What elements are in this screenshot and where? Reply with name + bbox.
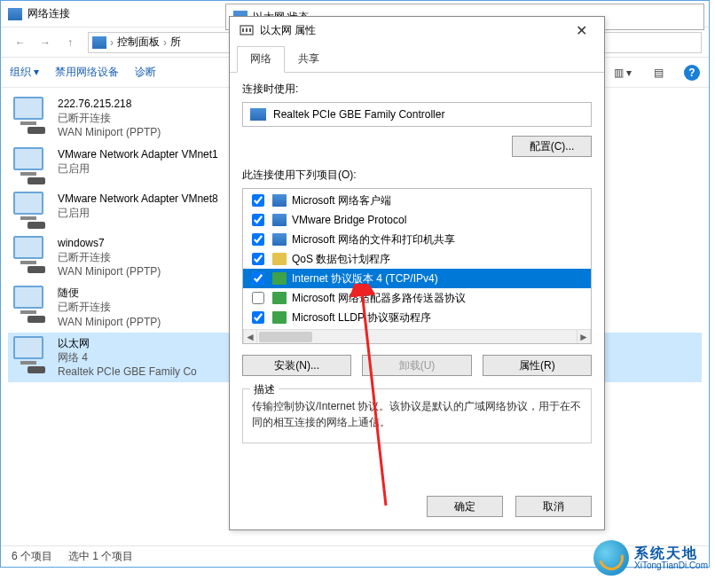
description-text: 传输控制协议/Internet 协议。该协议是默认的广域网络协议，用于在不同的相… xyxy=(252,398,582,430)
protocol-label: Internet 协议版本 4 (TCP/IPv4) xyxy=(292,271,438,286)
connection-name: VMware Network Adapter VMnet8 xyxy=(58,192,218,206)
protocol-label: Microsoft 网络适配器多路传送器协议 xyxy=(292,291,466,306)
tab-network[interactable]: 网络 xyxy=(237,46,285,73)
svg-rect-2 xyxy=(246,28,248,32)
close-button[interactable]: ✕ xyxy=(567,20,595,41)
watermark-logo: 系统天地 XiTongTianDi.Com xyxy=(593,540,708,576)
connection-status: 已断开连接 xyxy=(58,300,161,314)
cancel-button[interactable]: 取消 xyxy=(515,496,592,517)
horizontal-scrollbar[interactable]: ◄ ► xyxy=(243,329,591,343)
connection-status: 已启用 xyxy=(58,206,218,220)
connection-name: VMware Network Adapter VMnet1 xyxy=(58,147,218,161)
protocol-icon xyxy=(272,272,287,285)
svg-rect-3 xyxy=(249,28,251,32)
breadcrumb-item[interactable]: 控制面板 xyxy=(117,35,160,50)
protocol-item[interactable]: Microsoft LLDP 协议驱动程序 xyxy=(243,308,591,327)
protocol-icon xyxy=(272,194,287,207)
protocol-label: Microsoft 网络客户端 xyxy=(292,193,391,208)
protocol-item[interactable]: Microsoft 网络适配器多路传送器协议 xyxy=(243,288,591,308)
protocol-icon xyxy=(272,214,287,226)
protocol-checkbox[interactable] xyxy=(252,233,264,246)
protocol-icon xyxy=(272,292,287,304)
nic-name: Realtek PCIe GBE Family Controller xyxy=(273,108,444,121)
forward-button[interactable]: → xyxy=(33,31,58,54)
protocol-label: Microsoft 网络的文件和打印机共享 xyxy=(292,232,455,247)
protocol-checkbox[interactable] xyxy=(252,194,264,207)
connection-device: Realtek PCIe GBE Family Co xyxy=(58,365,197,379)
nic-icon xyxy=(250,108,266,121)
protocol-checkbox[interactable] xyxy=(252,311,264,324)
dialog-titlebar: 以太网 属性 ✕ xyxy=(230,17,604,43)
configure-button[interactable]: 配置(C)... xyxy=(512,136,592,157)
protocol-item[interactable]: VMware Bridge Protocol xyxy=(243,210,591,230)
protocol-item[interactable]: Microsoft 网络的文件和打印机共享 xyxy=(243,230,591,249)
connection-name: 222.76.215.218 xyxy=(58,97,161,111)
protocol-item[interactable]: QoS 数据包计划程序 xyxy=(243,249,591,269)
uninstall-button: 卸载(U) xyxy=(362,355,471,376)
ethernet-icon xyxy=(239,22,255,38)
watermark-cn: 系统天地 xyxy=(634,545,708,561)
protocol-label: VMware Bridge Protocol xyxy=(292,214,406,226)
connect-using-label: 连接时使用: xyxy=(242,82,592,97)
app-icon xyxy=(8,8,22,20)
connection-status: 已断开连接 xyxy=(58,250,161,264)
items-label: 此连接使用下列项目(O): xyxy=(242,168,592,183)
description-legend: 描述 xyxy=(250,382,279,397)
svg-rect-1 xyxy=(242,28,244,32)
connection-status: 已启用 xyxy=(58,161,218,176)
connection-name: 随便 xyxy=(58,286,161,300)
disable-device-button[interactable]: 禁用网络设备 xyxy=(55,65,119,80)
properties-button[interactable]: 属性(R) xyxy=(483,355,592,376)
scrollbar-thumb[interactable] xyxy=(259,332,312,342)
install-button[interactable]: 安装(N)... xyxy=(242,355,351,376)
connection-icon xyxy=(12,97,49,134)
connection-device: WAN Miniport (PPTP) xyxy=(58,315,161,329)
protocol-listbox[interactable]: Microsoft 网络客户端VMware Bridge ProtocolMic… xyxy=(242,188,592,344)
protocol-item[interactable]: Internet 协议版本 4 (TCP/IPv4) xyxy=(243,269,591,288)
scroll-left-icon[interactable]: ◄ xyxy=(243,330,257,344)
protocol-checkbox[interactable] xyxy=(252,292,264,304)
help-icon[interactable]: ? xyxy=(684,65,700,81)
view-dropdown-icon[interactable]: ▥ ▾ xyxy=(613,63,632,82)
connection-icon xyxy=(12,336,49,373)
protocol-icon xyxy=(272,233,287,246)
scroll-right-icon[interactable]: ► xyxy=(577,330,591,344)
connection-name: windows7 xyxy=(58,236,161,250)
organize-menu[interactable]: 组织 ▾ xyxy=(10,65,39,80)
chevron-right-icon: › xyxy=(163,36,167,49)
connection-status: 已断开连接 xyxy=(58,111,161,125)
description-group: 描述 传输控制协议/Internet 协议。该协议是默认的广域网络协议，用于在不… xyxy=(242,388,592,443)
protocol-item[interactable]: Microsoft 网络客户端 xyxy=(243,191,591,210)
connection-icon xyxy=(12,192,49,229)
watermark-en: XiTongTianDi.Com xyxy=(634,561,708,570)
up-button[interactable]: ↑ xyxy=(58,31,82,54)
protocol-checkbox[interactable] xyxy=(252,253,264,265)
back-button[interactable]: ← xyxy=(8,31,33,54)
dialog-title: 以太网 属性 xyxy=(260,23,567,38)
protocol-checkbox[interactable] xyxy=(252,214,264,226)
nic-display: Realtek PCIe GBE Family Controller xyxy=(242,102,592,127)
tab-strip: 网络 共享 xyxy=(230,45,604,73)
connection-status: 网络 4 xyxy=(58,350,197,365)
breadcrumb-item[interactable]: 所 xyxy=(170,35,181,50)
chevron-right-icon: › xyxy=(110,36,114,49)
location-icon xyxy=(92,36,106,49)
protocol-checkbox[interactable] xyxy=(252,272,264,285)
ok-button[interactable]: 确定 xyxy=(427,496,503,517)
ethernet-properties-dialog: 以太网 属性 ✕ 网络 共享 连接时使用: Realtek PCIe GBE F… xyxy=(229,16,605,530)
selected-count: 选中 1 个项目 xyxy=(68,549,133,564)
dialog-footer: 确定 取消 xyxy=(230,487,604,529)
protocol-icon xyxy=(272,253,287,265)
connection-icon xyxy=(12,236,49,273)
connection-device: WAN Miniport (PPTP) xyxy=(58,264,161,278)
connection-name: 以太网 xyxy=(58,336,197,350)
diagnose-button[interactable]: 诊断 xyxy=(135,65,156,80)
protocol-icon xyxy=(272,311,287,324)
tab-sharing[interactable]: 共享 xyxy=(285,46,333,73)
item-count: 6 个项目 xyxy=(12,549,52,564)
protocol-label: Microsoft LLDP 协议驱动程序 xyxy=(292,310,431,325)
details-pane-icon[interactable]: ▤ xyxy=(648,63,668,82)
globe-icon xyxy=(593,540,629,576)
connection-icon xyxy=(12,147,49,184)
protocol-label: QoS 数据包计划程序 xyxy=(292,252,390,267)
